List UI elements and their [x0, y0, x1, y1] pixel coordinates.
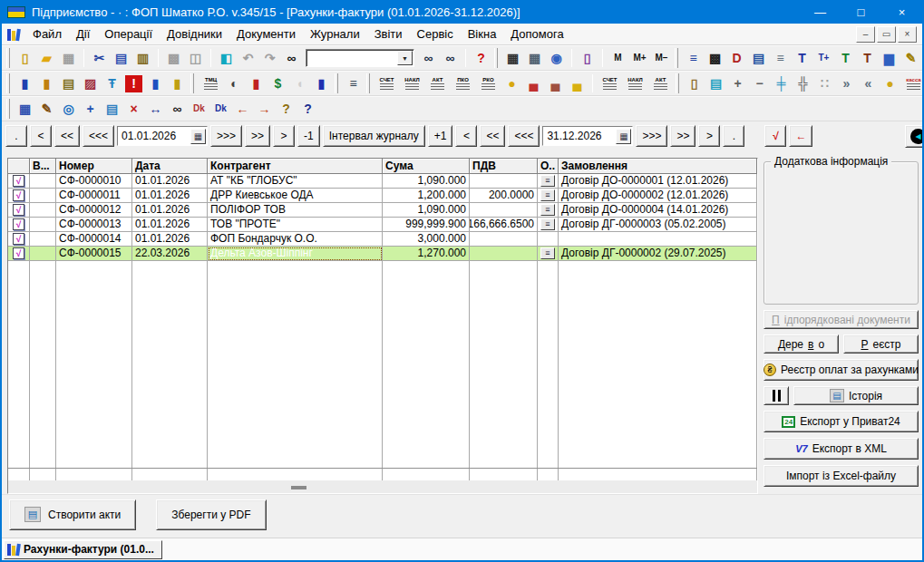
merge-icon[interactable]: ╪ — [771, 73, 792, 94]
formula-calculator-icon[interactable]: ▦ — [524, 48, 545, 69]
taskbar-item-invoices[interactable]: Рахунки-фактури (01.0... — [4, 540, 162, 559]
list-view-icon[interactable]: ≡ — [343, 73, 364, 94]
column-width-icon[interactable]: ↔ — [145, 99, 166, 120]
move-out-icon[interactable]: ← — [232, 99, 253, 120]
cell-contragent[interactable]: ТОВ "ПРОТЕ" — [208, 218, 383, 232]
nav-button[interactable]: < — [30, 125, 52, 147]
nav-button[interactable]: +1 — [428, 125, 453, 147]
create-acts-button[interactable]: ▤ Створити акти — [9, 499, 136, 530]
book-icon[interactable]: ▯ — [577, 48, 598, 69]
nav-button[interactable]: <<< — [508, 125, 540, 147]
menu-item[interactable]: Дії — [69, 25, 97, 43]
menu-item[interactable]: Звіти — [367, 25, 410, 43]
new-document-icon[interactable]: ▯ — [15, 48, 35, 69]
cell-o[interactable]: ≡ — [538, 247, 559, 261]
cell-v[interactable] — [30, 203, 56, 218]
car-icon[interactable]: ▄ — [523, 73, 544, 94]
cell-order[interactable]: Договір ДО-0000004 (14.01.2026) — [559, 203, 757, 218]
cell-chk[interactable]: √ — [8, 203, 30, 218]
table-search-icon[interactable]: ◉ — [546, 48, 567, 69]
cell-o[interactable]: ≡ — [538, 174, 559, 189]
order-list-button[interactable]: ≡ — [540, 218, 555, 230]
nakl-search-icon[interactable]: НАКЛ — [623, 73, 647, 94]
cell-suma[interactable]: 999,999.900 — [383, 218, 470, 232]
column-header[interactable]: Номер — [56, 159, 132, 174]
money-icon[interactable]: ● — [501, 73, 522, 94]
paste-icon[interactable]: ▥ — [132, 48, 153, 69]
find-icon[interactable]: ∞ — [281, 48, 302, 69]
cell-o[interactable]: ≡ — [538, 218, 559, 232]
clock-icon[interactable]: ◐ — [224, 73, 245, 94]
report-table-icon[interactable]: ▤ — [748, 48, 769, 69]
tree-button[interactable]: Дерево — [764, 334, 839, 354]
important-icon[interactable]: ! — [125, 75, 142, 92]
schet-doc-icon[interactable]: СЧЕТ — [374, 73, 399, 94]
nav-button[interactable]: >>> — [636, 125, 667, 147]
moon-icon[interactable]: ◖ — [289, 73, 310, 94]
cell-date[interactable]: 01.01.2026 — [132, 218, 208, 232]
bus-icon[interactable]: ▄ — [545, 73, 566, 94]
navigate-button[interactable]: ◀ — [905, 125, 924, 148]
column-header[interactable] — [8, 159, 30, 174]
menu-item[interactable]: Сервіс — [410, 25, 461, 43]
back-marks-icon[interactable]: « — [858, 73, 879, 94]
column-header[interactable]: ПДВ — [470, 159, 538, 174]
card-file-icon[interactable]: ▤ — [58, 73, 79, 94]
journal-settings-icon[interactable]: √ — [764, 125, 786, 147]
find-number-icon[interactable]: ∞ — [167, 99, 188, 120]
nakl-doc-icon[interactable]: НАКЛ — [400, 73, 424, 94]
nav-button[interactable]: -1 — [297, 125, 320, 147]
report-t-plus-icon[interactable]: T+ — [813, 48, 834, 69]
cut-icon[interactable]: ✂ — [89, 48, 110, 69]
memory-icon[interactable]: M — [608, 48, 628, 69]
nav-button[interactable]: Інтервал журналу — [323, 125, 425, 147]
cell-pdv[interactable]: 166,666.6500 — [470, 218, 538, 232]
grid-add-icon[interactable]: ╬ — [793, 73, 813, 94]
export-xml-button[interactable]: V7 Експорт в XML — [764, 438, 919, 460]
cell-v[interactable] — [30, 218, 56, 232]
cell-contragent[interactable]: ДРР Киевськое ОДА — [208, 189, 383, 203]
history-button[interactable]: ▤ Історія — [793, 386, 919, 405]
cell-date[interactable]: 01.01.2026 — [132, 189, 208, 203]
row-new-icon[interactable]: ▦ — [15, 99, 35, 120]
session-key-icon[interactable]: ◧ — [216, 48, 237, 69]
arm-books-icon[interactable]: ▮ — [246, 73, 267, 94]
nav-button[interactable]: < — [455, 125, 477, 147]
rko-doc-icon[interactable]: РКО — [476, 73, 501, 94]
cell-date[interactable]: 01.01.2026 — [132, 232, 208, 247]
dropdown-arrow-icon[interactable]: ▼ — [397, 51, 413, 65]
cell-order[interactable]: Договір ДГ-0000002 (29.07.2025) — [559, 247, 757, 261]
report-checkered-icon[interactable]: ▩ — [705, 48, 725, 69]
menu-item[interactable]: Допомога — [503, 25, 570, 43]
cell-v[interactable] — [30, 232, 56, 247]
move-in-icon[interactable]: → — [254, 99, 275, 120]
journal-filter-icon[interactable]: ← — [789, 125, 812, 147]
date-to-field[interactable]: 31.12.2026▦ — [542, 126, 633, 146]
tmc-list-icon[interactable]: ТМЦ — [199, 73, 223, 94]
menu-item[interactable]: Вікна — [461, 25, 504, 43]
akt-doc-icon[interactable]: АКТ — [425, 73, 450, 94]
nav-button[interactable]: >> — [670, 125, 695, 147]
row-copy-icon[interactable]: ▤ — [102, 99, 122, 120]
cell-o[interactable]: ≡ — [538, 203, 559, 218]
column-header[interactable]: Замовлення — [559, 159, 757, 174]
coins-icon[interactable]: ● — [880, 73, 900, 94]
calculator-icon[interactable]: ▦ — [502, 48, 523, 69]
save-pdf-button[interactable]: Зберегти у PDF — [156, 499, 266, 530]
journal-yellow-icon[interactable]: ▮ — [167, 73, 188, 94]
payments-registry-button[interactable]: ₴ Реєстр оплат за рахунками — [764, 359, 919, 381]
cell-pdv[interactable] — [470, 174, 538, 189]
table-row[interactable]: √СФ-000001101.01.2026ДРР Киевськое ОДА1,… — [8, 189, 757, 203]
dk-cancel-icon[interactable]: Dk — [189, 99, 209, 120]
pause-button[interactable] — [764, 386, 789, 405]
locked-book-icon[interactable]: ▨ — [80, 73, 101, 94]
cell-nomer[interactable]: СФ-0000013 — [56, 218, 132, 232]
report-t-save-icon[interactable]: T — [835, 48, 856, 69]
nav-button[interactable]: > — [273, 125, 295, 147]
cell-date[interactable]: 22.03.2026 — [132, 247, 208, 261]
forward-marks-icon[interactable]: » — [836, 73, 857, 94]
close-button[interactable]: × — [881, 0, 922, 24]
nav-button[interactable]: . — [5, 125, 27, 147]
help-icon[interactable]: ? — [471, 48, 491, 69]
cell-v[interactable] — [30, 247, 56, 261]
